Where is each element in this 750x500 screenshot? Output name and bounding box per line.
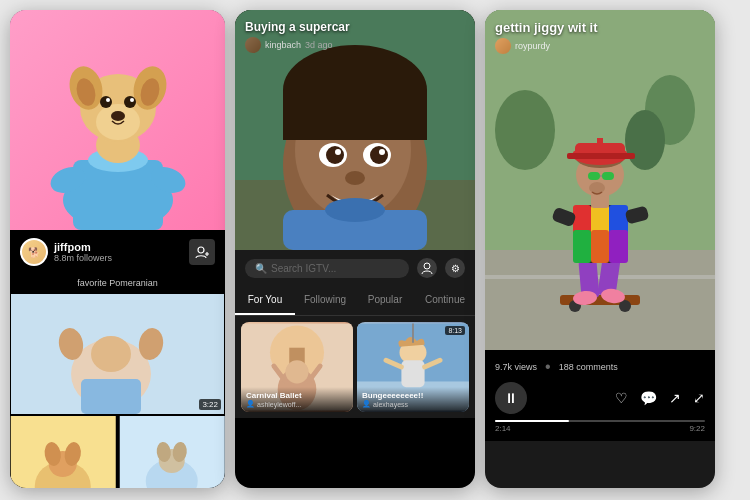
svg-rect-41 — [283, 90, 427, 140]
channel-info-2: kingbach 3d ago — [245, 37, 465, 53]
content-grid: Carnival Ballet 👤 ashleylewoff... — [235, 316, 475, 418]
views-count: 9.7k views — [495, 362, 537, 372]
svg-point-51 — [424, 263, 430, 269]
tabs-bar: For You Following Popular Continue — [235, 286, 475, 316]
svg-point-56 — [285, 360, 308, 383]
search-input[interactable]: 🔍 Search IGTV... — [245, 259, 409, 278]
channel-row-3: roypurdy — [495, 38, 705, 54]
comments-count: 188 comments — [559, 362, 618, 372]
channel-description: favorite Pomeranian — [10, 274, 225, 294]
profile-info: 🐕 jiffpom 8.8m followers — [20, 238, 112, 266]
followers-count: 8.8m followers — [54, 253, 112, 263]
phone-screen-3: gettin jiggy wit it roypurdy 9.7k views … — [485, 10, 715, 488]
card-info-bungee: Bungeeeeeeee!! 👤 alexhayess — [357, 387, 469, 412]
card-channel-ballet: 👤 ashleylewoff... — [246, 400, 348, 408]
svg-rect-84 — [591, 230, 609, 263]
hero-video-1[interactable] — [10, 10, 225, 230]
svg-rect-22 — [81, 379, 141, 414]
card-channel-bungee: 👤 alexhayess — [362, 400, 464, 408]
hero-video-2[interactable]: Buying a supercar kingbach 3d ago — [235, 10, 475, 250]
svg-rect-62 — [401, 360, 424, 387]
pause-button[interactable]: ⏸ — [495, 382, 527, 414]
tab-following[interactable]: Following — [295, 286, 355, 315]
tab-popular[interactable]: Popular — [355, 286, 415, 315]
card-title-ballet: Carnival Ballet — [246, 391, 348, 400]
tab-continue[interactable]: Continue — [415, 286, 475, 315]
video-thumb-extra[interactable] — [119, 416, 226, 488]
channel-avatar-3 — [495, 38, 511, 54]
phone-screen-2: Buying a supercar kingbach 3d ago 🔍 Sear… — [235, 10, 475, 488]
progress-bar[interactable] — [495, 420, 705, 422]
video-controls: 9.7k views • 188 comments ⏸ ♡ 💬 ↗ ⤢ — [485, 350, 715, 441]
time-row: 2:14 9:22 — [495, 424, 705, 433]
search-bar: 🔍 Search IGTV... ⚙ — [235, 250, 475, 286]
time-ago-2: 3d ago — [305, 40, 333, 50]
svg-point-69 — [625, 110, 665, 170]
video-title-overlay: Buying a supercar kingbach 3d ago — [235, 20, 475, 53]
phone-screen-1: 🐕 jiffpom 8.8m followers favorite Pomera… — [10, 10, 225, 488]
follow-button[interactable] — [189, 239, 215, 265]
svg-rect-96 — [602, 172, 614, 180]
profile-bar: 🐕 jiffpom 8.8m followers — [10, 230, 225, 274]
search-icon: 🔍 — [255, 263, 267, 274]
header-icons: ⚙ — [417, 258, 465, 278]
svg-point-15 — [130, 98, 134, 102]
svg-point-14 — [106, 98, 110, 102]
svg-point-11 — [96, 104, 140, 140]
video-title-2: Buying a supercar — [245, 20, 465, 34]
search-placeholder: Search IGTV... — [271, 263, 336, 274]
views-stat: 9.7k views — [495, 362, 537, 372]
svg-point-17 — [198, 247, 204, 253]
card-title-bungee: Bungeeeeeeee!! — [362, 391, 464, 400]
svg-rect-83 — [573, 230, 591, 263]
comments-stat: 188 comments — [559, 362, 618, 372]
video-thumb-heels[interactable]: 3:22 — [10, 294, 225, 414]
app-container: 🐕 jiffpom 8.8m followers favorite Pomera… — [0, 0, 750, 500]
card-info-ballet: Carnival Ballet 👤 ashleylewoff... — [241, 387, 353, 412]
svg-rect-94 — [567, 153, 635, 159]
profile-text: jiffpom 8.8m followers — [54, 241, 112, 263]
progress-fill — [495, 420, 569, 422]
tab-for-you[interactable]: For You — [235, 286, 295, 315]
video-duration-1: 3:22 — [199, 399, 221, 410]
action-group: ♡ 💬 ↗ ⤢ — [615, 390, 705, 406]
settings-icon[interactable]: ⚙ — [445, 258, 465, 278]
profile-icon[interactable] — [417, 258, 437, 278]
svg-point-45 — [370, 146, 388, 164]
card-carnival-ballet[interactable]: Carnival Ballet 👤 ashleylewoff... — [241, 322, 353, 412]
channel-name-2: kingbach — [265, 40, 301, 50]
channel-name-3: roypurdy — [515, 41, 550, 51]
total-time: 9:22 — [689, 424, 705, 433]
svg-point-47 — [379, 149, 385, 155]
stats-row: 9.7k views • 188 comments — [495, 358, 705, 376]
comment-button[interactable]: 💬 — [640, 390, 657, 406]
video-title-3: gettin jiggy wit it — [495, 20, 705, 35]
username: jiffpom — [54, 241, 112, 253]
svg-point-44 — [326, 146, 344, 164]
svg-point-12 — [100, 96, 112, 108]
svg-point-23 — [91, 336, 131, 372]
svg-point-67 — [495, 90, 555, 170]
svg-point-13 — [124, 96, 136, 108]
like-button[interactable]: ♡ — [615, 390, 628, 406]
channel-avatar-2 — [245, 37, 261, 53]
svg-point-98 — [589, 182, 605, 194]
svg-point-46 — [335, 149, 341, 155]
card-bungee[interactable]: 8:13 Bungeeeeeeee!! 👤 alexhayess — [357, 322, 469, 412]
share-button[interactable]: ↗ — [669, 390, 681, 406]
current-time: 2:14 — [495, 424, 511, 433]
avatar: 🐕 — [20, 238, 48, 266]
action-buttons: ⏸ ♡ 💬 ↗ ⤢ — [495, 382, 705, 414]
title-area-3: gettin jiggy wit it roypurdy — [485, 20, 715, 54]
svg-point-48 — [345, 171, 365, 185]
svg-rect-93 — [597, 138, 603, 148]
videos-grid: 3:22 4:19 Outfit of the day — [10, 294, 225, 488]
hero-video-3[interactable]: gettin jiggy wit it roypurdy — [485, 10, 715, 350]
svg-point-50 — [325, 198, 385, 222]
fullscreen-button[interactable]: ⤢ — [693, 390, 705, 406]
svg-point-16 — [111, 111, 125, 121]
video-thumb-outfit[interactable]: 4:19 Outfit of the day — [10, 416, 117, 488]
svg-rect-95 — [588, 172, 600, 180]
svg-rect-85 — [609, 230, 628, 263]
card-duration-bungee: 8:13 — [445, 326, 465, 335]
